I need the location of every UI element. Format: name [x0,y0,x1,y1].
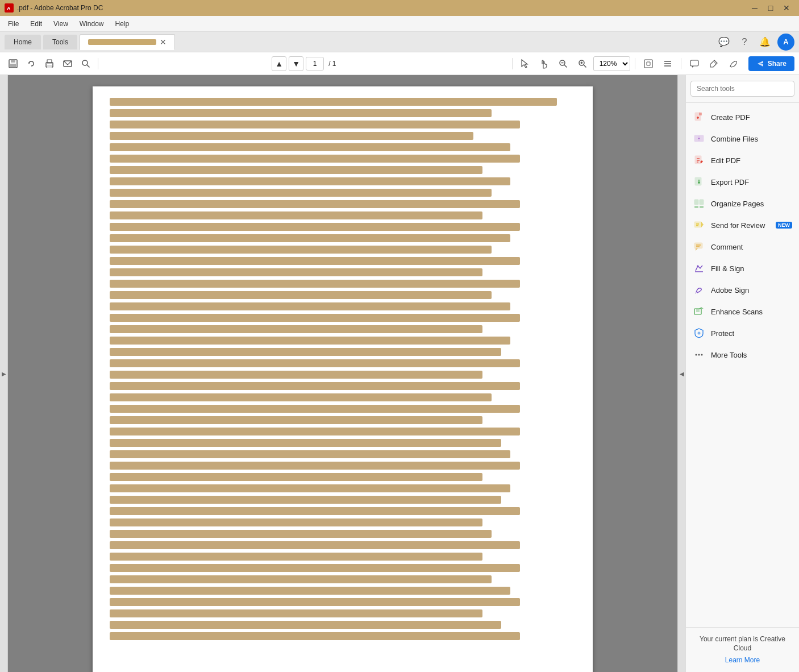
svg-rect-33 [699,113,702,115]
search-tools-input[interactable] [690,81,794,97]
create-pdf-label: Create PDF [711,113,750,122]
redacted-line [110,155,520,163]
title-bar-left: A .pdf - Adobe Acrobat Pro DC [5,3,103,13]
svg-point-9 [82,60,88,65]
redacted-line [110,234,510,242]
svg-rect-4 [10,64,16,67]
right-panel-toggle[interactable]: ◀ [677,75,685,672]
menu-file[interactable]: File [2,18,24,30]
redacted-line [110,200,520,208]
create-pdf-icon [693,111,705,123]
prev-page-button[interactable]: ▲ [272,56,286,71]
menu-view[interactable]: View [48,18,74,30]
svg-rect-35 [699,135,704,142]
redacted-line [110,98,557,106]
zoom-in-button[interactable] [574,55,591,72]
tool-item-export-pdf[interactable]: Export PDF [686,171,799,193]
tools-list: Create PDFCombine FilesEdit PDFExport PD… [686,103,799,627]
redacted-line [110,211,482,219]
learn-more-link[interactable]: Learn More [693,656,792,665]
minimize-button[interactable]: ─ [747,0,763,16]
svg-rect-19 [644,60,652,68]
svg-line-29 [713,61,717,64]
tab-document[interactable]: ✕ [80,34,175,50]
notify-icon-button[interactable]: 🔔 [757,34,773,50]
zoom-out-button[interactable] [555,55,572,72]
help-icon-button[interactable]: ? [736,34,752,50]
highlight-button[interactable] [705,55,722,72]
email-button[interactable] [59,55,76,72]
tool-item-enhance-scans[interactable]: Enhance Scans [686,301,799,322]
tool-item-fill-sign[interactable]: Fill & Sign [686,258,799,279]
window-title: .pdf - Adobe Acrobat Pro DC [17,4,103,12]
next-page-button[interactable]: ▼ [289,56,303,71]
search-tools-area [686,75,799,103]
menu-edit[interactable]: Edit [24,18,48,30]
svg-point-59 [698,332,701,335]
undo-button[interactable] [23,55,40,72]
redacted-line [110,109,492,117]
redacted-line [110,473,482,481]
tool-item-protect[interactable]: Protect [686,322,799,344]
fill-sign-label: Fill & Sign [711,264,744,273]
toolbar-sep-3 [635,58,635,69]
redacted-line [110,166,482,174]
redacted-line [110,246,492,254]
svg-rect-41 [695,177,701,185]
tab-tools[interactable]: Tools [43,35,77,49]
svg-rect-46 [700,206,704,208]
redacted-line [110,587,510,595]
redacted-line [110,405,520,413]
tool-item-combine-files[interactable]: Combine Files [686,128,799,150]
adobe-sign-label: Adobe Sign [711,286,749,294]
window-controls: ─ □ ✕ [747,0,794,16]
redacted-line [110,462,520,470]
tool-item-adobe-sign[interactable]: Adobe Sign [686,279,799,301]
maximize-button[interactable]: □ [763,0,779,16]
hand-tool-button[interactable] [535,55,552,72]
menu-window[interactable]: Window [74,18,110,30]
page-number-input[interactable] [306,57,324,70]
more-tools-label: More Tools [711,351,747,359]
tool-item-comment[interactable]: Comment [686,236,799,258]
redacted-line [110,541,520,549]
svg-rect-47 [694,222,701,227]
share-button[interactable]: Share [748,56,794,71]
fit-page-button[interactable] [640,55,657,72]
cursor-tool-button[interactable] [516,55,533,72]
save-button[interactable] [5,55,22,72]
svg-rect-3 [11,60,15,63]
send-for-review-badge: NEW [776,222,792,229]
search-button[interactable] [77,55,94,72]
redacted-line [110,177,510,185]
scroll-mode-button[interactable] [659,55,676,72]
tool-item-send-for-review[interactable]: Send for ReviewNEW [686,214,799,236]
print-button[interactable] [41,55,58,72]
redacted-line [110,280,520,288]
tool-item-create-pdf[interactable]: Create PDF [686,106,799,128]
tab-home[interactable]: Home [5,35,41,49]
fill-sign-icon [693,262,705,275]
tool-item-more-tools[interactable]: More Tools [686,344,799,366]
redacted-line [110,348,501,356]
pen-button[interactable] [725,55,742,72]
comment-label: Comment [711,243,743,251]
user-avatar[interactable]: A [777,34,794,51]
redacted-line [110,553,482,561]
chat-icon-button[interactable]: 💬 [716,34,732,50]
tool-item-edit-pdf[interactable]: Edit PDF [686,150,799,171]
tab-close-button[interactable]: ✕ [160,38,167,47]
menu-help[interactable]: Help [110,18,135,30]
enhance-scans-label: Enhance Scans [711,308,763,316]
toolbar-sep-4 [681,58,681,69]
zoom-select[interactable]: 120% 100% 75% 50% [593,56,630,71]
comment-tool-button[interactable] [686,55,703,72]
redacted-line [110,143,510,151]
close-button[interactable]: ✕ [779,0,794,16]
pdf-scroll[interactable] [8,75,677,672]
redacted-line [110,632,520,640]
redacted-line [110,496,501,504]
left-panel-toggle[interactable]: ▶ [0,75,8,672]
tool-item-organize-pages[interactable]: Organize Pages [686,193,799,214]
svg-line-10 [87,65,90,68]
